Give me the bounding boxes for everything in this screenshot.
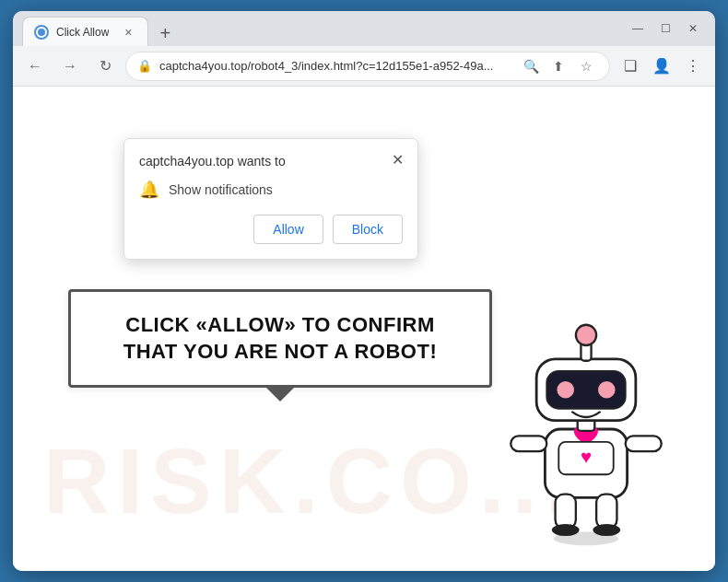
svg-point-16	[593, 524, 620, 536]
refresh-button[interactable]: ↻	[90, 52, 120, 81]
popup-notification-row: 🔔 Show notifications	[139, 180, 403, 200]
svg-text:♥: ♥	[581, 447, 592, 467]
title-bar: Click Allow × + — ☐ ✕	[13, 11, 715, 46]
robot-illustration: ♥	[485, 309, 687, 553]
tab-title: Click Allow	[56, 26, 109, 39]
maximize-button[interactable]: ☐	[652, 18, 678, 39]
address-icons: 🔍 ⬆ ☆	[519, 54, 598, 78]
split-button[interactable]: ❏	[616, 52, 645, 81]
main-text-box: CLICK «ALLOW» TO CONFIRM THAT YOU ARE NO…	[68, 289, 492, 388]
content-area: RISK.CO... ✕ captcha4you.top wants to 🔔 …	[13, 87, 715, 571]
svg-rect-12	[626, 436, 662, 451]
search-icon-button[interactable]: 🔍	[519, 54, 543, 78]
new-tab-button[interactable]: +	[152, 20, 178, 46]
robot-svg: ♥	[485, 309, 687, 549]
bookmark-icon-button[interactable]: ☆	[574, 54, 598, 78]
browser-window: Click Allow × + — ☐ ✕ ← → ↻ �	[13, 11, 715, 571]
active-tab: Click Allow ×	[22, 17, 148, 46]
nav-bar: ← → ↻ 🔒 captcha4you.top/robot4_3/index.h…	[13, 46, 715, 87]
notification-popup: ✕ captcha4you.top wants to 🔔 Show notifi…	[123, 138, 418, 260]
popup-buttons: Allow Block	[139, 215, 403, 244]
svg-point-15	[552, 524, 580, 536]
profile-button[interactable]: 👤	[647, 52, 676, 81]
window-controls: — ☐ ✕	[625, 18, 706, 39]
popup-notification-text: Show notifications	[169, 182, 273, 197]
allow-button[interactable]: Allow	[253, 215, 323, 244]
svg-rect-13	[556, 495, 576, 529]
share-icon-button[interactable]: ⬆	[546, 54, 570, 78]
back-button[interactable]: ←	[20, 52, 50, 81]
block-button[interactable]: Block	[333, 215, 403, 244]
lock-icon: 🔒	[137, 59, 152, 73]
forward-button[interactable]: →	[55, 52, 85, 81]
close-button[interactable]: ✕	[680, 18, 706, 39]
refresh-icon: ↻	[100, 57, 112, 75]
tab-close-button[interactable]: ×	[120, 24, 136, 41]
bell-icon: 🔔	[139, 180, 159, 200]
svg-rect-11	[511, 436, 546, 451]
forward-icon: →	[63, 58, 77, 75]
browser-icons: ❏ 👤 ⋮	[616, 52, 708, 81]
popup-close-button[interactable]: ✕	[386, 148, 408, 170]
menu-button[interactable]: ⋮	[678, 52, 708, 81]
address-bar[interactable]: 🔒 captcha4you.top/robot4_3/index.html?c=…	[125, 52, 610, 81]
minimize-button[interactable]: —	[625, 18, 651, 39]
svg-point-8	[557, 381, 574, 399]
svg-rect-14	[596, 495, 616, 529]
main-text: CLICK «ALLOW» TO CONFIRM THAT YOU ARE NO…	[123, 313, 437, 363]
svg-point-10	[598, 381, 616, 399]
tab-favicon	[34, 25, 49, 40]
tab-bar: Click Allow × +	[22, 11, 617, 46]
popup-title: captcha4you.top wants to	[139, 154, 403, 169]
url-text: captcha4you.top/robot4_3/index.html?c=12…	[159, 59, 511, 73]
back-icon: ←	[28, 58, 42, 75]
svg-point-5	[576, 325, 596, 345]
